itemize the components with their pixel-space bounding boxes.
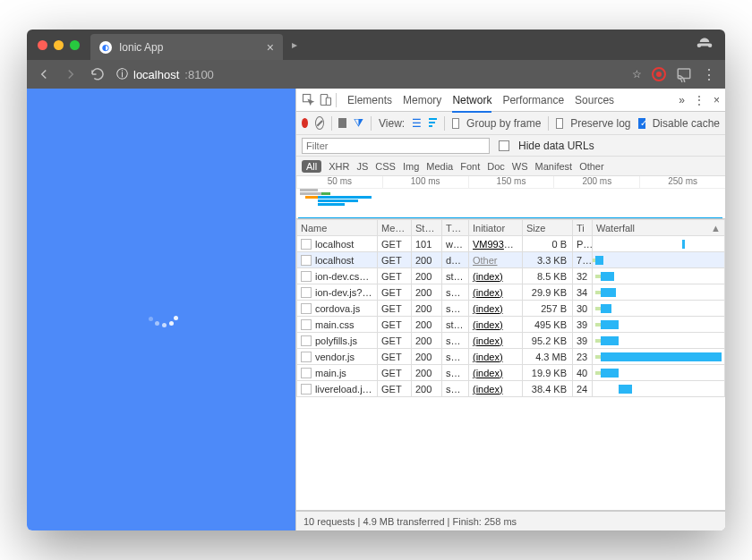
column-header[interactable]: Met… bbox=[378, 220, 412, 236]
site-info-icon[interactable]: ⓘ bbox=[116, 66, 128, 82]
extension-icon[interactable] bbox=[652, 67, 666, 81]
timeline-overview[interactable]: 50 ms100 ms150 ms200 ms250 ms bbox=[296, 176, 725, 219]
filter-input[interactable] bbox=[302, 138, 490, 154]
devtools-tab-sources[interactable]: Sources bbox=[575, 94, 614, 106]
menu-icon[interactable]: ⋮ bbox=[702, 66, 716, 83]
type-filter-manifest[interactable]: Manifest bbox=[535, 161, 573, 172]
devtools-tab-performance[interactable]: Performance bbox=[502, 94, 564, 106]
initiator-link[interactable]: (index) bbox=[473, 335, 503, 346]
url-input[interactable]: ⓘ localhost:8100 bbox=[116, 66, 621, 82]
request-table: NameMet…Sta…Ty…InitiatorSizeTiWaterfall▲… bbox=[296, 219, 725, 511]
inspect-icon[interactable] bbox=[302, 93, 315, 106]
more-tabs-icon[interactable]: » bbox=[679, 94, 685, 106]
svg-rect-0 bbox=[678, 69, 690, 79]
maximize-window[interactable] bbox=[70, 40, 80, 50]
type-filter-media[interactable]: Media bbox=[426, 161, 453, 172]
network-toolbar: ⧩ View: ☰ Group by frame Preserve log Di… bbox=[296, 112, 725, 135]
type-filter-doc[interactable]: Doc bbox=[487, 161, 505, 172]
close-tab-icon[interactable]: × bbox=[267, 40, 274, 55]
type-filter-other[interactable]: Other bbox=[579, 161, 604, 172]
filter-bar: Hide data URLs bbox=[296, 135, 725, 157]
star-icon[interactable]: ☆ bbox=[632, 68, 642, 81]
type-filter-bar: AllXHRJSCSSImgMediaFontDocWSManifestOthe… bbox=[296, 157, 725, 176]
file-icon bbox=[301, 384, 312, 395]
devtools-tabs: ElementsMemoryNetworkPerformanceSources bbox=[347, 94, 614, 106]
timeline-tick: 250 ms bbox=[639, 176, 725, 188]
column-header[interactable]: Ty… bbox=[442, 220, 469, 236]
status-text: 10 requests | 4.9 MB transferred | Finis… bbox=[303, 516, 517, 527]
initiator-link[interactable]: (index) bbox=[473, 287, 503, 298]
loading-spinner bbox=[143, 292, 179, 327]
browser-window: ◐ Ionic App × ▸ ⓘ localhost:8100 ☆ ⋮ bbox=[27, 30, 725, 530]
initiator-link[interactable]: (index) bbox=[473, 352, 503, 362]
device-icon[interactable] bbox=[319, 93, 332, 106]
request-row[interactable]: livereload.js?…GET200sc…(index)38.4 KB24 bbox=[297, 381, 725, 397]
view-list-icon[interactable]: ☰ bbox=[412, 117, 422, 130]
type-filter-font[interactable]: Font bbox=[460, 161, 480, 172]
column-header[interactable]: Initiator bbox=[469, 220, 523, 236]
group-frame-label: Group by frame bbox=[466, 117, 541, 130]
clear-icon[interactable] bbox=[315, 116, 324, 130]
minimize-window[interactable] bbox=[54, 40, 64, 50]
record-icon[interactable] bbox=[302, 118, 308, 128]
type-filter-css[interactable]: CSS bbox=[375, 161, 396, 172]
initiator-link[interactable]: (index) bbox=[473, 303, 503, 314]
column-header[interactable]: Waterfall▲ bbox=[593, 220, 725, 236]
back-icon[interactable] bbox=[36, 66, 52, 82]
devtools-tab-memory[interactable]: Memory bbox=[403, 94, 441, 106]
request-row[interactable]: main.jsGET200sc…(index)19.9 KB40 bbox=[297, 365, 725, 381]
request-row[interactable]: main.cssGET200st…(index)495 KB39 bbox=[297, 317, 725, 333]
preserve-log-label: Preserve log bbox=[570, 117, 630, 130]
forward-icon[interactable] bbox=[63, 66, 79, 82]
request-row[interactable]: localhostGET101w…VM9931:…0 BPe bbox=[297, 236, 725, 252]
file-icon bbox=[301, 352, 312, 362]
column-header[interactable]: Sta… bbox=[412, 220, 442, 236]
cast-icon[interactable] bbox=[676, 66, 692, 82]
column-header[interactable]: Name bbox=[297, 220, 378, 236]
devtools-tab-network[interactable]: Network bbox=[452, 94, 491, 106]
initiator-link[interactable]: (index) bbox=[473, 368, 503, 378]
type-filter-img[interactable]: Img bbox=[403, 161, 419, 172]
column-header[interactable]: Size bbox=[523, 220, 573, 236]
initiator-link[interactable]: Other bbox=[473, 255, 498, 266]
devtools-tab-elements[interactable]: Elements bbox=[347, 94, 392, 106]
type-filter-all[interactable]: All bbox=[302, 160, 321, 173]
reload-icon[interactable] bbox=[90, 66, 106, 82]
file-icon bbox=[301, 335, 312, 346]
timeline-tick: 100 ms bbox=[382, 176, 468, 188]
new-tab-button[interactable]: ▸ bbox=[283, 33, 306, 56]
devtools-close-icon[interactable]: × bbox=[714, 94, 720, 106]
request-row[interactable]: polyfills.jsGET200sc…(index)95.2 KB39 bbox=[297, 333, 725, 349]
request-row[interactable]: vendor.jsGET200sc…(index)4.3 MB23 bbox=[297, 349, 725, 365]
type-filter-ws[interactable]: WS bbox=[512, 161, 528, 172]
disable-cache-label: Disable cache bbox=[653, 117, 720, 130]
view-waterfall-icon[interactable] bbox=[429, 118, 437, 129]
screenshot-icon[interactable] bbox=[338, 118, 346, 128]
request-row[interactable]: cordova.jsGET200sc…(index)257 B30 bbox=[297, 301, 725, 317]
disable-cache-checkbox[interactable] bbox=[638, 118, 645, 129]
close-window[interactable] bbox=[38, 40, 47, 50]
request-row[interactable]: localhostGET200d…Other3.3 KB7 m bbox=[297, 252, 725, 268]
file-icon bbox=[301, 255, 312, 266]
initiator-link[interactable]: (index) bbox=[473, 319, 503, 330]
status-bar: 10 requests | 4.9 MB transferred | Finis… bbox=[296, 511, 725, 530]
browser-tab[interactable]: ◐ Ionic App × bbox=[90, 34, 283, 60]
address-bar: ⓘ localhost:8100 ☆ ⋮ bbox=[27, 60, 725, 89]
request-row[interactable]: ion-dev.js?v…GET200sc…(index)29.9 KB34 bbox=[297, 284, 725, 301]
type-filter-js[interactable]: JS bbox=[356, 161, 368, 172]
group-frame-checkbox[interactable] bbox=[452, 118, 459, 129]
initiator-link[interactable]: VM9931:… bbox=[473, 239, 522, 250]
url-port: :8100 bbox=[184, 68, 214, 81]
hide-urls-checkbox[interactable] bbox=[499, 140, 509, 151]
type-filter-xhr[interactable]: XHR bbox=[329, 161, 349, 172]
tab-bar: ◐ Ionic App × ▸ bbox=[27, 30, 725, 60]
initiator-link[interactable]: (index) bbox=[473, 271, 503, 282]
devtools-menu-icon[interactable]: ⋮ bbox=[694, 94, 705, 106]
request-row[interactable]: ion-dev.css?…GET200st…(index)8.5 KB32 bbox=[297, 268, 725, 284]
preserve-log-checkbox[interactable] bbox=[556, 118, 563, 129]
initiator-link[interactable]: (index) bbox=[473, 384, 503, 395]
file-icon bbox=[301, 239, 312, 250]
column-header[interactable]: Ti bbox=[573, 220, 593, 236]
filter-icon[interactable]: ⧩ bbox=[354, 116, 363, 131]
view-label: View: bbox=[379, 117, 405, 130]
